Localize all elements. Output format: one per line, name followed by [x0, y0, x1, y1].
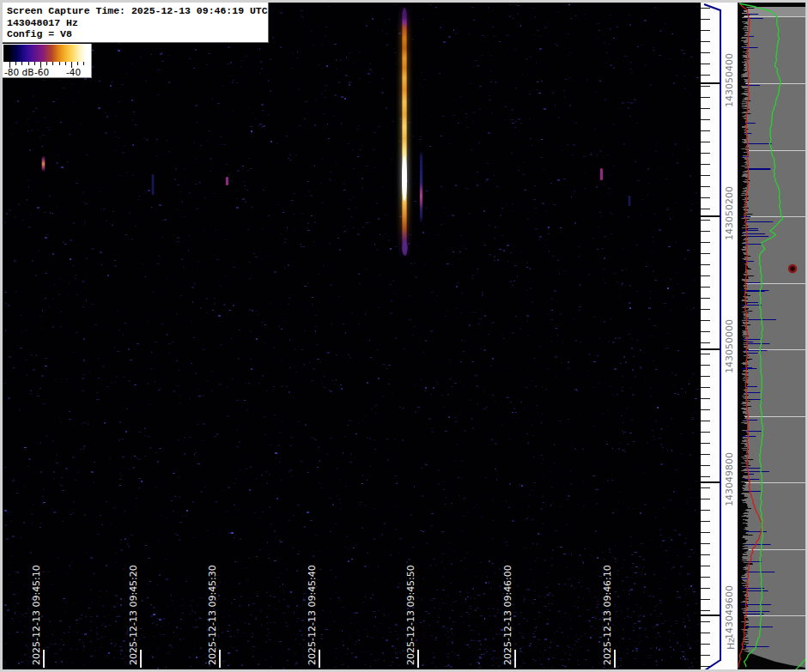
- noise-speckle: [351, 652, 353, 654]
- noise-speckle: [683, 88, 686, 89]
- spectrum-bin: [738, 243, 742, 244]
- noise-speckle: [254, 512, 256, 513]
- freq-minor-tick: [701, 119, 710, 120]
- noise-speckle: [325, 35, 325, 36]
- noise-speckle: [489, 582, 489, 584]
- noise-speckle: [439, 73, 440, 74]
- noise-speckle: [576, 641, 579, 642]
- freq-label: 143050400: [724, 53, 735, 107]
- noise-speckle: [639, 627, 641, 629]
- noise-speckle: [272, 37, 274, 39]
- noise-speckle: [16, 632, 19, 633]
- noise-speckle: [410, 514, 412, 516]
- noise-speckle: [580, 284, 580, 286]
- noise-speckle: [14, 259, 16, 261]
- noise-speckle: [269, 506, 270, 508]
- noise-speckle: [288, 520, 290, 521]
- noise-speckle: [69, 282, 70, 284]
- spectrum-bin: [738, 168, 747, 169]
- noise-speckle: [168, 55, 169, 56]
- noise-speckle: [623, 143, 625, 145]
- spectrum-bin: [738, 469, 743, 470]
- noise-speckle: [416, 245, 418, 246]
- noise-speckle: [330, 612, 331, 613]
- noise-speckle: [36, 121, 38, 122]
- noise-speckle: [644, 352, 646, 353]
- noise-speckle: [419, 139, 422, 140]
- noise-speckle: [214, 193, 216, 194]
- spectrum-bin: [738, 260, 747, 261]
- spectrum-bin: [738, 427, 747, 428]
- noise-speckle: [295, 663, 298, 664]
- spectrum-bin: [738, 499, 742, 500]
- noise-speckle: [544, 668, 544, 669]
- noise-speckle: [86, 154, 88, 155]
- noise-speckle: [583, 562, 584, 564]
- noise-speckle: [526, 387, 527, 388]
- noise-speckle: [319, 618, 319, 619]
- noise-speckle: [571, 554, 572, 555]
- noise-speckle: [84, 633, 87, 635]
- noise-speckle: [507, 35, 509, 36]
- noise-speckle: [652, 237, 653, 238]
- spectrum-bin: [738, 573, 745, 574]
- spectrum-bin: [738, 245, 746, 246]
- noise-speckle: [156, 139, 158, 140]
- noise-speckle: [317, 467, 319, 468]
- spectrum-bin: [738, 551, 747, 552]
- noise-speckle: [452, 651, 453, 652]
- noise-speckle: [39, 136, 39, 136]
- noise-speckle: [575, 649, 576, 650]
- noise-speckle: [549, 657, 550, 657]
- noise-speckle: [111, 643, 112, 644]
- noise-speckle: [190, 605, 191, 607]
- noise-speckle: [593, 387, 595, 388]
- noise-speckle: [574, 191, 575, 192]
- spectrum-bin: [738, 382, 744, 383]
- noise-speckle: [671, 657, 671, 657]
- spectrum-bin: [738, 29, 747, 30]
- noise-speckle: [354, 197, 355, 197]
- noise-speckle: [241, 664, 243, 666]
- noise-speckle: [76, 620, 78, 621]
- noise-speckle: [380, 234, 380, 235]
- noise-speckle: [421, 468, 422, 469]
- noise-speckle: [261, 475, 263, 475]
- noise-speckle: [199, 618, 202, 619]
- noise-speckle: [483, 653, 485, 655]
- spectrum-bin: [738, 558, 743, 559]
- noise-speckle: [519, 633, 520, 633]
- noise-speckle: [596, 607, 598, 608]
- noise-speckle: [201, 656, 202, 657]
- noise-speckle: [504, 560, 506, 562]
- spectrum-bin: [738, 231, 745, 232]
- noise-speckle: [684, 658, 686, 660]
- noise-speckle: [82, 374, 85, 375]
- noise-speckle: [35, 275, 37, 276]
- noise-speckle: [330, 390, 332, 392]
- noise-speckle: [512, 123, 514, 124]
- spectrum-bin: [738, 239, 743, 240]
- noise-speckle: [99, 596, 100, 597]
- noise-speckle: [289, 469, 292, 471]
- noise-speckle: [696, 203, 698, 203]
- noise-speckle: [667, 288, 669, 289]
- noise-speckle: [638, 616, 640, 617]
- noise-speckle: [252, 603, 255, 604]
- noise-speckle: [483, 210, 485, 212]
- noise-speckle: [660, 444, 662, 445]
- noise-speckle: [74, 607, 75, 608]
- spectrum-bin: [738, 310, 745, 311]
- noise-speckle: [422, 19, 424, 20]
- noise-speckle: [480, 348, 482, 349]
- noise-speckle: [24, 585, 25, 586]
- spectrum-bin: [738, 500, 743, 501]
- spectrum-bin: [738, 269, 746, 270]
- spectrum-bin: [738, 320, 742, 321]
- noise-speckle: [392, 121, 394, 122]
- noise-speckle: [541, 139, 543, 140]
- freq-minor-tick: [701, 108, 710, 109]
- freq-minor-tick: [701, 64, 710, 64]
- noise-speckle: [103, 209, 106, 209]
- noise-speckle: [469, 324, 471, 326]
